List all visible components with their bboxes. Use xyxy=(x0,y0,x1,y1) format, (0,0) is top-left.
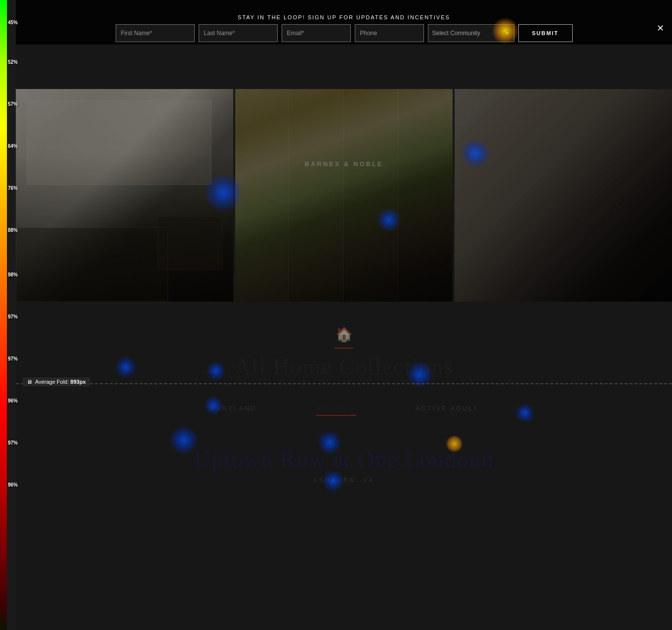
notification-text: STAY IN THE LOOP! SIGN UP FOR UPDATES AN… xyxy=(238,14,450,20)
section-divider xyxy=(334,348,354,349)
community-select-text: Select Community xyxy=(432,30,503,37)
email-input[interactable] xyxy=(282,24,351,42)
submit-button[interactable]: SUBMIT xyxy=(518,24,573,42)
phone-input[interactable] xyxy=(355,24,424,42)
kitchen-appliance xyxy=(157,217,222,270)
scale-label-97%: 97% xyxy=(8,356,18,361)
lower-section: 🏠 All Home Collections MARYLAND VIRGINIA… xyxy=(16,307,672,484)
avg-fold-label: 🖥 Average Fold: 893px xyxy=(23,377,90,386)
image-strip: BARNES & NOBLE xyxy=(16,89,672,302)
scale-gradient xyxy=(0,0,7,630)
form-fields: Select Community ▼ SUBMIT xyxy=(116,24,573,42)
scale-label-52%: 52% xyxy=(8,59,18,65)
property-subtitle: ASHBURN, VA xyxy=(16,477,672,484)
main-content: STAY IN THE LOOP! SIGN UP FOR UPDATES AN… xyxy=(16,0,672,630)
avg-fold-indicator: 🖥 Average Fold: 893px xyxy=(16,383,672,384)
scale-label-45%: 45% xyxy=(8,20,18,25)
tab-active-adult[interactable]: ACTIVE ADULT xyxy=(416,405,479,416)
scale-label-76%: 76% xyxy=(8,185,18,191)
outdoor-image-panel: BARNES & NOBLE xyxy=(235,89,453,302)
close-button[interactable]: ✕ xyxy=(657,24,664,33)
scale-label-64%: 64% xyxy=(8,143,18,149)
dropdown-arrow-icon: ▼ xyxy=(505,31,510,36)
notification-bar: STAY IN THE LOOP! SIGN UP FOR UPDATES AN… xyxy=(238,14,450,20)
scale-label-88%: 88% xyxy=(8,227,18,233)
tab-maryland[interactable]: MARYLAND xyxy=(210,405,257,416)
monitor-icon: 🖥 xyxy=(27,379,32,385)
signup-form-bar: STAY IN THE LOOP! SIGN UP FOR UPDATES AN… xyxy=(16,0,672,45)
scale-label-96%: 96% xyxy=(8,398,18,404)
scale-label-97%: 97% xyxy=(8,440,18,446)
scale-label-98%: 98% xyxy=(8,272,18,277)
avg-fold-text: Average Fold: 893px xyxy=(35,379,86,385)
tab-virginia[interactable]: VIRGINIA xyxy=(316,405,356,416)
property-title: Uptown Row at One Loudoun xyxy=(16,446,672,473)
section-home-icon: 🏠 xyxy=(16,326,672,343)
section-title: All Home Collections xyxy=(16,354,672,380)
last-name-input[interactable] xyxy=(199,24,278,42)
tabs-row: MARYLAND VIRGINIA ACTIVE ADULT xyxy=(16,405,672,416)
heatmap-scale-bar: 45%52%57%64%76%88%98%97%97%96%97%96% xyxy=(0,0,16,630)
scale-label-97%: 97% xyxy=(8,314,18,319)
scale-label-57%: 57% xyxy=(8,101,18,107)
outdoor-store-label: BARNES & NOBLE xyxy=(304,160,383,167)
first-name-input[interactable] xyxy=(116,24,195,42)
scale-label-96%: 96% xyxy=(8,482,18,488)
community-select[interactable]: Select Community ▼ xyxy=(428,24,514,42)
interior-image-panel xyxy=(455,89,672,302)
kitchen-image-panel xyxy=(16,89,233,302)
